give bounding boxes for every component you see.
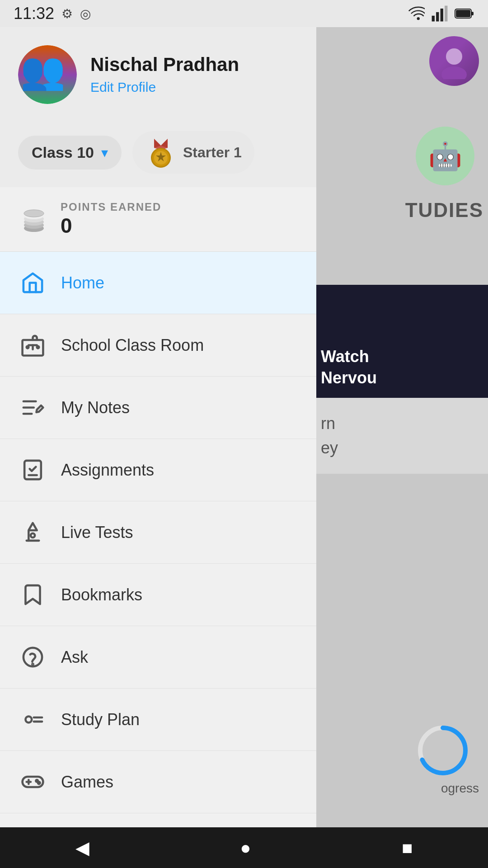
bookmarks-icon: [18, 580, 47, 609]
school-icon: [18, 330, 47, 360]
status-right: [408, 5, 474, 22]
svg-point-38: [25, 717, 32, 723]
bg-circle-icon: 🤖: [416, 127, 474, 185]
svg-point-0: [417, 17, 420, 20]
chevron-down-icon: ▾: [101, 145, 108, 160]
assignments-icon: [18, 455, 47, 485]
live-tests-icon: [18, 518, 47, 547]
sidebar-item-assignments[interactable]: Assignments: [0, 439, 316, 501]
class-selector[interactable]: Class 10 ▾: [18, 136, 122, 170]
svg-point-24: [24, 210, 44, 217]
points-value: 0: [61, 213, 161, 238]
sidebar-item-study-plan[interactable]: Study Plan: [0, 689, 316, 751]
svg-rect-7: [456, 10, 470, 17]
coin-icon: [18, 203, 50, 235]
profile-section: Nischal Pradhan Edit Profile: [0, 27, 316, 118]
profile-info: Nischal Pradhan Edit Profile: [90, 54, 239, 95]
bg-top-avatar: [429, 36, 479, 86]
svg-rect-1: [432, 16, 435, 22]
sidebar-item-school-class-room[interactable]: School Class Room: [0, 314, 316, 377]
blocked-icon: ◎: [80, 6, 91, 21]
bg-video-card: WatchNervou: [312, 285, 488, 398]
sidebar-item-label-games: Games: [61, 773, 113, 792]
points-label: POINTS EARNED: [61, 201, 161, 213]
sidebar-item-label-ask: Ask: [61, 648, 88, 667]
bottom-nav: ◀ ● ■: [0, 827, 488, 868]
bg-studies-label: TUDIES: [405, 199, 483, 222]
sidebar-item-live-tests[interactable]: Live Tests: [0, 501, 316, 564]
bg-progress-circle: [416, 723, 470, 778]
sidebar-item-label-bookmarks: Bookmarks: [61, 585, 142, 604]
recent-button[interactable]: ■: [384, 833, 431, 863]
sidebar-item-label-school: School Class Room: [61, 336, 204, 355]
medal-icon: [145, 137, 177, 168]
bg-right-content: 🤖 TUDIES WatchNervou rney ogress: [312, 27, 488, 868]
games-icon: [18, 767, 47, 797]
status-left: 11:32 ⚙ ◎: [14, 4, 91, 23]
sidebar-item-my-notes[interactable]: My Notes: [0, 377, 316, 439]
sidebar-item-games[interactable]: Games: [0, 751, 316, 813]
bg-video-text: WatchNervou: [321, 346, 377, 389]
svg-point-29: [37, 346, 39, 349]
study-plan-icon: [18, 705, 47, 734]
notes-icon: [18, 393, 47, 422]
home-button[interactable]: ●: [222, 833, 269, 863]
sidebar-item-label-assignments: Assignments: [61, 461, 154, 480]
class-selector-text: Class 10: [32, 144, 94, 161]
bg-lower-content: rney: [312, 398, 488, 474]
sidebar-item-ask[interactable]: Ask: [0, 626, 316, 689]
battery-icon: [455, 7, 474, 20]
svg-rect-4: [445, 6, 447, 22]
svg-rect-6: [471, 12, 474, 15]
svg-rect-2: [436, 12, 439, 22]
badge-label: Starter 1: [183, 144, 242, 161]
svg-point-45: [38, 782, 40, 784]
svg-point-37: [32, 664, 33, 665]
sidebar-item-label-study-plan: Study Plan: [61, 710, 140, 729]
home-icon: [18, 268, 47, 297]
sidebar-item-label-notes: My Notes: [61, 398, 130, 417]
avatar-photo: [18, 45, 77, 104]
bg-progress-label: ogress: [441, 781, 479, 796]
status-time: 11:32: [14, 4, 54, 23]
points-section: POINTS EARNED 0: [0, 187, 316, 252]
status-bar: 11:32 ⚙ ◎: [0, 0, 488, 27]
sidebar-drawer: Nischal Pradhan Edit Profile Class 10 ▾: [0, 27, 316, 868]
svg-point-28: [27, 346, 29, 349]
class-badge-row: Class 10 ▾ Starter 1: [0, 118, 316, 187]
wifi-icon: [408, 5, 425, 22]
svg-rect-3: [441, 9, 443, 22]
avatar: [18, 45, 77, 104]
menu-list: Home School Class Room: [0, 252, 316, 868]
sidebar-item-bookmarks[interactable]: Bookmarks: [0, 564, 316, 626]
svg-point-9: [441, 66, 467, 79]
points-info: POINTS EARNED 0: [61, 201, 161, 238]
badge-pill: Starter 1: [132, 131, 254, 174]
sidebar-item-label-live-tests: Live Tests: [61, 523, 133, 542]
signal-icon: [431, 5, 448, 22]
profile-name: Nischal Pradhan: [90, 54, 239, 75]
back-button[interactable]: ◀: [57, 833, 108, 863]
svg-point-8: [446, 48, 462, 65]
sidebar-item-label-home: Home: [61, 274, 104, 292]
sidebar-item-home[interactable]: Home: [0, 252, 316, 314]
edit-profile-link[interactable]: Edit Profile: [90, 80, 239, 95]
ask-icon: [18, 642, 47, 672]
svg-point-35: [31, 533, 35, 538]
settings-icon: ⚙: [61, 6, 73, 21]
